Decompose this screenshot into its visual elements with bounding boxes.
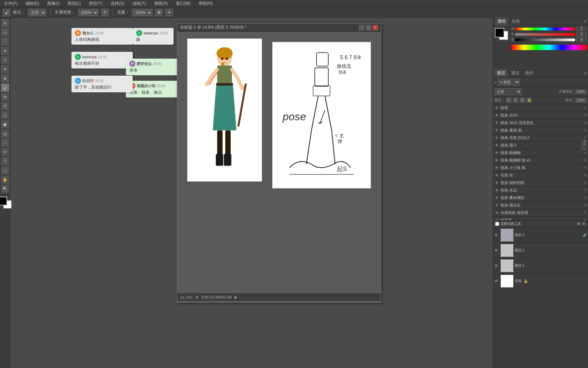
- layer-vis-6[interactable]: 👁: [494, 151, 499, 155]
- filter-type-select[interactable]: ≡ 类型: [498, 79, 520, 86]
- layer-vis-13[interactable]: 👁: [494, 203, 499, 208]
- lock-transparent-btn[interactable]: ⬡: [506, 97, 511, 103]
- layer-settings-icon[interactable]: ⚙: [577, 221, 581, 226]
- sketch-canvas[interactable]: 5 6 7 8⑨ 曲线流 线条: [272, 42, 371, 188]
- menu-help[interactable]: 帮助(H): [197, 0, 214, 7]
- layer-item-5[interactable]: 👁 线条-墨汁 ✎: [493, 142, 588, 149]
- opacity-select[interactable]: 100%: [78, 9, 98, 16]
- shape-tool[interactable]: □: [1, 166, 9, 174]
- layer-vis-9[interactable]: 👁: [494, 173, 499, 178]
- menu-layer[interactable]: 图层(L): [66, 0, 82, 7]
- layer-item-6[interactable]: 👁 线条-黏糊糊 ✎: [493, 149, 588, 157]
- layer-eye-1[interactable]: 👁: [494, 233, 499, 237]
- layer-item-11[interactable]: 👁 色块-水边 ✎: [493, 187, 588, 194]
- more-btn[interactable]: ▶: [234, 295, 237, 300]
- ps-canvas-area[interactable]: 5 6 7 8⑨ 曲线流 线条: [177, 32, 381, 293]
- crop-tool[interactable]: ⌗: [1, 56, 9, 64]
- layer-thumb-row-3[interactable]: 👁 图层 1: [493, 258, 588, 274]
- ps-maximize-btn[interactable]: □: [366, 25, 371, 30]
- menu-select[interactable]: 选择(S): [109, 0, 126, 7]
- ps-close-btn[interactable]: ✕: [373, 25, 378, 30]
- brush-tool-icon[interactable]: 🖌: [3, 9, 10, 16]
- layer-vis-10[interactable]: 👁: [494, 181, 499, 185]
- layer-item-0[interactable]: 👁 铅笔 ✎: [493, 104, 588, 112]
- layer-vis-3[interactable]: 👁: [494, 128, 499, 133]
- lock-image-btn[interactable]: ✎: [513, 97, 518, 103]
- move-tool[interactable]: ✛: [1, 19, 9, 27]
- mode-select[interactable]: 正常: [28, 9, 46, 16]
- saturation-input[interactable]: [576, 32, 587, 36]
- layer-vis-2[interactable]: 👁: [494, 121, 499, 125]
- layer-fill-input[interactable]: [575, 98, 587, 103]
- brush-tool[interactable]: 🖌: [1, 83, 9, 92]
- layers-panel-menu[interactable]: ≡: [585, 71, 587, 75]
- layer-item-8[interactable]: 👁 线条-小三角 顺 ✎: [493, 164, 588, 172]
- lock-position-btn[interactable]: ✛: [520, 97, 525, 103]
- tab-paths[interactable]: 路径: [522, 69, 536, 77]
- layer-thumb-row-4[interactable]: 👁 背景 🔒: [493, 274, 588, 289]
- tab-swatches[interactable]: 色板: [509, 17, 523, 26]
- lasso-tool[interactable]: ⌒: [1, 37, 9, 46]
- tab-channels[interactable]: 通道: [508, 69, 522, 77]
- layer-item-4[interactable]: 👁 线条-毛笔 2016.2 ✎: [493, 134, 588, 142]
- layer-vis-8[interactable]: 👁: [494, 166, 499, 170]
- hue-input[interactable]: [576, 27, 587, 31]
- tab-layers[interactable]: 图层: [494, 69, 508, 77]
- healing-tool[interactable]: ⊕: [1, 74, 9, 82]
- layer-item-13[interactable]: 👁 色块-圆头头 ✎: [493, 202, 588, 209]
- zoom-tool[interactable]: 🔍: [1, 185, 9, 193]
- menu-filter[interactable]: 滤镜(T): [131, 0, 147, 7]
- flow-icon[interactable]: ✿: [155, 9, 163, 16]
- layer-eye-4[interactable]: 👁: [494, 279, 499, 283]
- layer-item-1[interactable]: 👁 线条 2016 ✎: [493, 112, 588, 119]
- ps-minimize-btn[interactable]: －: [359, 25, 364, 30]
- menu-window[interactable]: 窗口(W): [175, 0, 192, 7]
- color-rainbow-bar[interactable]: [511, 45, 587, 50]
- menu-type[interactable]: 类型(Y): [87, 0, 104, 7]
- layer-vis-11[interactable]: 👁: [494, 188, 499, 193]
- hand-tool[interactable]: ✋: [1, 175, 9, 184]
- layer-item-14[interactable]: 👁 水墨线条-有纹理 ✎: [493, 209, 588, 217]
- dodge-tool[interactable]: ○: [1, 139, 9, 147]
- gradient-tool[interactable]: ◼: [1, 120, 9, 128]
- layer-eye-icon[interactable]: 👁: [582, 221, 586, 226]
- flow-select[interactable]: 100%: [132, 9, 152, 16]
- opacity-icon[interactable]: ✎: [101, 9, 109, 16]
- magic-wand-tool[interactable]: ✦: [1, 47, 9, 55]
- history-brush-tool[interactable]: ↺: [1, 102, 9, 110]
- layer-item-9[interactable]: 👁 毛笔-衣 ✎: [493, 172, 588, 179]
- foreground-color[interactable]: [0, 197, 7, 205]
- layer-item-2[interactable]: 👁 线条 2016 深浅变化 ✎: [493, 119, 588, 127]
- layer-opacity-input[interactable]: [575, 90, 587, 94]
- layer-item-12[interactable]: 👁 色块-叠加属性 ✎: [493, 194, 588, 202]
- layer-vis-7[interactable]: 👁: [494, 158, 499, 163]
- text-tool[interactable]: T: [1, 157, 9, 165]
- color-fg-box[interactable]: [495, 28, 504, 37]
- menu-edit[interactable]: 编辑(E): [24, 0, 40, 7]
- layer-eye-3[interactable]: 👁: [494, 264, 499, 268]
- layer-item-10[interactable]: 👁 色块-锐利切割 ✎: [493, 179, 588, 187]
- eraser-tool[interactable]: ◻: [1, 111, 9, 119]
- current-tool-checkbox[interactable]: [495, 222, 499, 226]
- layer-eye-2[interactable]: 👁: [494, 248, 499, 252]
- layer-item-15[interactable]: 👁 丝毛草 ✎: [493, 217, 588, 220]
- layer-vis-4[interactable]: 👁: [494, 136, 499, 140]
- layer-vis-0[interactable]: 👁: [494, 106, 499, 110]
- layer-item-3[interactable]: 👁 线条-素画 相 ✎: [493, 127, 588, 134]
- layer-vis-5[interactable]: 👁: [494, 143, 499, 148]
- layer-thumb-row-2[interactable]: 👁 图层 2: [493, 243, 588, 258]
- tab-color[interactable]: 颜色: [495, 17, 509, 26]
- layer-item-7[interactable]: 👁 线条-黏糊糊 细 v2 ✎: [493, 157, 588, 164]
- panel-collapse-icon[interactable]: ≡: [584, 19, 586, 23]
- brightness-input[interactable]: [576, 37, 587, 42]
- lock-all-btn[interactable]: 🔒: [526, 97, 532, 103]
- marquee-tool[interactable]: ▭: [1, 28, 9, 36]
- clone-tool[interactable]: ⊚: [1, 93, 9, 101]
- blend-mode-select[interactable]: 正常: [494, 88, 522, 95]
- layer-vis-12[interactable]: 👁: [494, 196, 499, 200]
- eyedropper-tool[interactable]: ✦: [1, 65, 9, 73]
- layer-vis-1[interactable]: 👁: [494, 113, 499, 118]
- menu-file[interactable]: 文件(F): [3, 0, 19, 7]
- menu-view[interactable]: 视图(V): [153, 0, 169, 7]
- pen-tool[interactable]: ✒: [1, 148, 9, 156]
